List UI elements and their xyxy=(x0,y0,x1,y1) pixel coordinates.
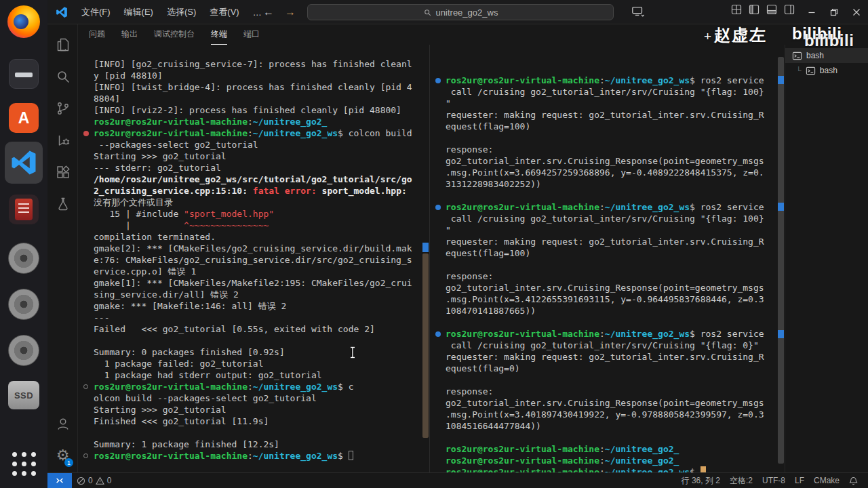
menu-view[interactable]: 查看(V) xyxy=(204,4,244,20)
editor-layout-icon[interactable] xyxy=(731,4,742,15)
terminal-line: --- xyxy=(94,312,429,323)
terminal-list-item[interactable]: └ bash xyxy=(785,63,868,78)
terminal-line: ervice.cpp.o] 错误 1 xyxy=(94,266,429,277)
dock-item-ubuntu-software[interactable]: A xyxy=(7,102,40,134)
encoding[interactable]: UTF-8 xyxy=(757,473,790,488)
terminal-line: requester: making request: go2_tutorial_… xyxy=(446,351,785,363)
command-decoration-icon[interactable] xyxy=(83,453,88,458)
vscode-window: 文件(F) 编辑(E) 选择(S) 查看(V) … ← → unitree_go… xyxy=(47,0,868,488)
ubuntu-software-icon: A xyxy=(9,103,39,133)
search-icon xyxy=(423,8,432,17)
terminal-line: [INFO] [twist_bridge-4]: process has fin… xyxy=(94,81,429,93)
source-control-icon[interactable] xyxy=(47,92,78,124)
command-decoration-icon[interactable] xyxy=(435,78,441,83)
command-center-search[interactable]: unitree_go2_ws xyxy=(307,4,614,20)
back-button[interactable]: ← xyxy=(263,6,274,18)
bilibili-logo-shadow: bilibili xyxy=(804,31,854,50)
terminal-line: gmake: *** [Makefile:146: all] 错误 2 xyxy=(94,300,429,312)
forward-button[interactable]: → xyxy=(285,6,296,18)
scroll-decoration-blue xyxy=(778,330,784,338)
menu-selection[interactable]: 选择(S) xyxy=(161,4,201,20)
terminal-list-item[interactable]: bash xyxy=(785,48,868,63)
dock-item-disk-3[interactable] xyxy=(7,334,40,367)
tab-terminal[interactable]: 终端 xyxy=(211,24,227,45)
tab-debug-console[interactable]: 调试控制台 xyxy=(154,24,195,45)
dock-item-vscode[interactable] xyxy=(5,142,43,184)
dock-item-ssd[interactable]: SSD xyxy=(7,379,40,411)
terminal-pane-right[interactable]: ros2ur@ros2ur-virtual-machine:~/unitree_… xyxy=(430,45,785,472)
scrollbar-right[interactable] xyxy=(778,45,784,472)
terminal-line: ros2ur@ros2ur-virtual-machine:~/unitree_… xyxy=(94,450,429,462)
tab-output[interactable]: 输出 xyxy=(121,24,138,45)
terminal-line: Summary: 1 package finished [12.2s] xyxy=(94,439,429,450)
tab-problems[interactable]: 问题 xyxy=(89,24,105,45)
terminal-line: requester: making request: go2_tutorial_… xyxy=(446,236,785,247)
search-text: unitree_go2_ws xyxy=(436,7,498,18)
scrollbar-left[interactable] xyxy=(422,45,429,472)
restore-button[interactable] xyxy=(823,0,845,24)
command-decoration-icon[interactable] xyxy=(83,131,89,136)
terminal-label: bash xyxy=(806,51,824,60)
menu-bar: 文件(F) 编辑(E) 选择(S) 查看(V) … xyxy=(76,0,267,24)
disk-icon xyxy=(8,289,39,320)
dock-item-firefox[interactable] xyxy=(7,5,40,38)
extensions-icon[interactable] xyxy=(47,156,78,188)
terminal-line: " xyxy=(446,98,785,109)
history-nav: ← → xyxy=(263,0,296,24)
command-decoration-icon[interactable] xyxy=(435,205,441,210)
terminal-cursor xyxy=(701,466,706,472)
terminal-line: Finished <<< go2_tutorial [11.9s] xyxy=(94,415,429,427)
indentation[interactable]: 空格:2 xyxy=(725,473,757,488)
terminal-line xyxy=(446,190,785,201)
warning-icon xyxy=(96,476,104,485)
terminal-line: equest(flag=100) xyxy=(446,247,785,259)
menu-file[interactable]: 文件(F) xyxy=(76,4,116,20)
terminal-line: equest(flag=100) xyxy=(446,121,785,132)
scrollbar-thumb[interactable] xyxy=(778,57,784,464)
eol-sequence[interactable]: LF xyxy=(790,473,809,488)
terminal-line: y [pid 48810] xyxy=(94,70,429,81)
command-decoration-icon[interactable] xyxy=(435,331,441,337)
search-icon[interactable] xyxy=(47,60,78,92)
terminal-line: ros2ur@ros2ur-virtual-machine:~/unitree_… xyxy=(446,466,785,472)
terminal-line: equest(flag=0) xyxy=(446,363,785,374)
terminal-pane-left[interactable]: [INFO] [go2_cruising_service-7]: process… xyxy=(78,45,430,472)
testing-icon[interactable] xyxy=(47,188,78,220)
dock-item-disk-1[interactable] xyxy=(7,242,40,274)
notifications-bell[interactable] xyxy=(844,473,863,488)
explorer-icon[interactable] xyxy=(47,28,78,60)
scrollbar-thumb[interactable] xyxy=(422,253,429,438)
toggle-sidebar-icon[interactable] xyxy=(749,4,760,15)
terminal-line: call /cruising go2_tutorial_inter/srv/Cr… xyxy=(446,340,785,351)
menu-edit[interactable]: 编辑(E) xyxy=(119,4,159,20)
terminal-line: response: xyxy=(446,386,785,397)
problems-status[interactable]: 0 0 xyxy=(72,473,116,488)
toggle-panel-icon[interactable] xyxy=(766,4,777,15)
monitor-dropdown[interactable] xyxy=(631,5,646,18)
vscode-logo-icon xyxy=(56,6,68,21)
status-right: 行 36, 列 2 空格:2 UTF-8 LF CMake xyxy=(677,473,868,488)
close-icon[interactable] xyxy=(845,0,867,24)
command-decoration-icon[interactable] xyxy=(83,384,88,389)
minimize-button[interactable] xyxy=(800,0,823,24)
terminal-line: 1084516644477844)) xyxy=(446,420,785,432)
settings-gear-icon[interactable]: ⚙ 1 xyxy=(47,439,78,471)
dock-item-app[interactable] xyxy=(7,58,40,90)
terminal-line: ros2ur@ros2ur-virtual-machine:~/unitree_… xyxy=(446,443,785,455)
remote-indicator[interactable] xyxy=(47,473,72,488)
cmake-status[interactable]: CMake xyxy=(809,473,844,488)
terminal-line: Starting >>> go2_tutorial xyxy=(94,404,429,415)
dock-item-app-grid[interactable] xyxy=(7,447,40,480)
tab-ports[interactable]: 端口 xyxy=(243,24,260,45)
account-icon[interactable] xyxy=(47,407,78,439)
terminal-line: .msg.Point(x=3.6694257259368896, y=-0.40… xyxy=(446,167,785,178)
cursor-position[interactable]: 行 36, 列 2 xyxy=(677,473,725,488)
dock-item-disk-2[interactable] xyxy=(7,288,40,321)
terminal-line: call /cruising go2_tutorial_inter/srv/Cr… xyxy=(446,213,785,224)
dock-item-logs[interactable] xyxy=(7,193,40,226)
scroll-decoration-blue xyxy=(778,76,784,84)
terminal-line: requester: making request: go2_tutorial_… xyxy=(446,109,785,121)
toggle-secondary-sidebar-icon[interactable] xyxy=(784,4,795,15)
terminal-line: gmake[2]: *** [CMakeFiles/go2_cruising_s… xyxy=(94,243,429,254)
run-debug-icon[interactable] xyxy=(47,124,78,156)
